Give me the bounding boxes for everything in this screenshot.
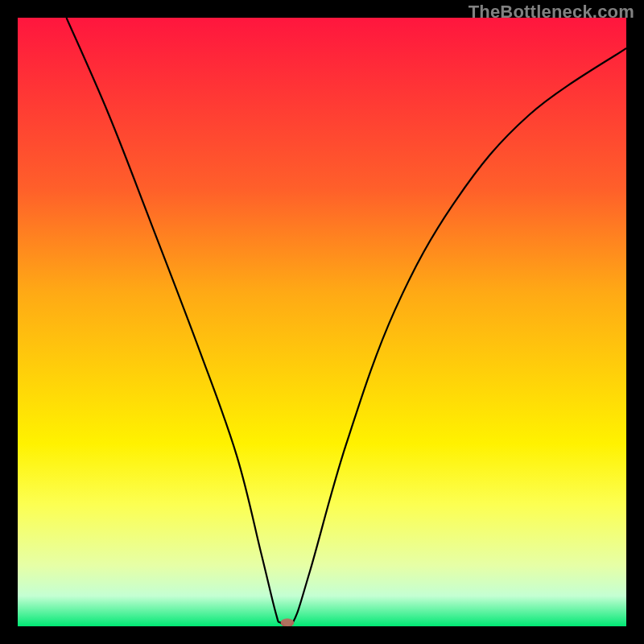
plot-area <box>18 18 626 626</box>
bottleneck-curve <box>66 18 626 626</box>
minimum-marker <box>281 618 295 626</box>
plot-svg <box>18 18 626 626</box>
chart-container: TheBottleneck.com <box>0 0 644 644</box>
